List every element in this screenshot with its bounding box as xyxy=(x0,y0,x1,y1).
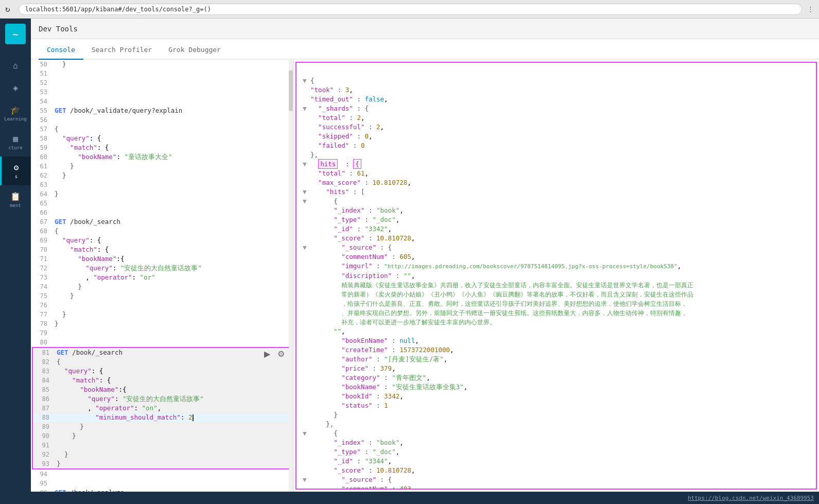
line-num-50: 50 xyxy=(31,60,53,69)
code-line-68: 68 { xyxy=(31,227,293,236)
sidebar-label-management: ment xyxy=(10,203,21,208)
editor-scrollbar[interactable] xyxy=(289,60,293,492)
sidebar: ~ ⌂ ◈ 🎓 Learning ▦ cture ⚙ s 📋 ment xyxy=(0,19,31,504)
code-line-62: 62 } xyxy=(31,171,293,180)
code-line-92: 92 } xyxy=(33,450,291,459)
output-hits-total: 61 xyxy=(357,169,364,177)
reload-icon[interactable]: ↻ xyxy=(5,4,10,14)
main-content: Dev Tools Console Search Profiler Grok D… xyxy=(31,19,819,504)
code-line-52: 52 xyxy=(31,78,293,88)
code-line-54: 54 xyxy=(31,97,293,106)
hit1-fold[interactable]: ▼ xyxy=(303,197,310,205)
output-root-fold[interactable]: ▼ xyxy=(303,77,310,84)
devtools-title: Dev Tools xyxy=(39,25,78,33)
highlighted-query-block: 81 GET /book/_search ▶ ⚙ 82 { xyxy=(32,347,292,470)
sidebar-item-learning[interactable]: 🎓 Learning xyxy=(0,99,31,128)
output-content[interactable]: ▼ { "took" : 3, "timed_out" : false, ▼ "… xyxy=(297,63,816,489)
management-icon: 📋 xyxy=(10,192,21,201)
code-line-89: 89 } xyxy=(33,422,291,431)
tab-console[interactable]: Console xyxy=(39,42,83,60)
sidebar-label-learning: Learning xyxy=(4,116,26,121)
tabs-bar: Console Search Profiler Grok Debugger xyxy=(31,39,819,60)
code-line-70: 70 "match": { xyxy=(31,245,293,254)
code-line-83: 83 "query": { xyxy=(33,367,291,376)
code-line-65: 65 xyxy=(31,199,293,208)
code-line-72: 72 "query": "安徒生的大自然童话故事" xyxy=(31,264,293,273)
structure-icon: ▦ xyxy=(13,134,18,144)
source1-fold[interactable]: ▼ xyxy=(303,244,310,251)
home-icon: ⌂ xyxy=(13,61,18,71)
discover-icon: ◈ xyxy=(13,83,18,93)
code-line-59: 59 "match": { xyxy=(31,143,293,152)
code-line-66: 66 xyxy=(31,208,293,217)
editor-pane: 50 } 51 52 53 xyxy=(31,60,293,492)
browser-url[interactable]: localhost:5601/app/kibana#/dev_tools/con… xyxy=(19,4,802,15)
settings-query-button[interactable]: ⚙ xyxy=(275,348,287,360)
code-line-55: 55 GET /book/_validate/query?explain xyxy=(31,106,293,115)
sidebar-item-management[interactable]: 📋 ment xyxy=(0,185,31,214)
console-area: 50 } 51 52 53 xyxy=(31,60,819,492)
code-line-73: 73 , "operator": "or" xyxy=(31,273,293,282)
code-line-90: 90 } xyxy=(33,431,291,441)
code-line-71: 71 "bookName":{ xyxy=(31,254,293,264)
code-line-57: 57 { xyxy=(31,125,293,134)
sidebar-item-home[interactable]: ⌂ xyxy=(0,55,31,77)
code-line-74: 74 } xyxy=(31,282,293,291)
code-line-58: 58 "query": { xyxy=(31,134,293,143)
code-line-86: 86 "query": "安徒生的大自然童话故事" xyxy=(33,394,291,404)
code-line-63: 63 xyxy=(31,180,293,189)
app-container: ~ ⌂ ◈ 🎓 Learning ▦ cture ⚙ s 📋 ment Dev … xyxy=(0,19,819,504)
browser-bar: ↻ localhost:5601/app/kibana#/dev_tools/c… xyxy=(0,0,819,19)
code-line-84: 84 "match": { xyxy=(33,376,291,385)
code-line-91: 91 xyxy=(33,441,291,450)
run-button[interactable]: ▶ xyxy=(262,348,272,360)
output-took: 3 xyxy=(345,86,350,94)
sidebar-item-settings[interactable]: ⚙ s xyxy=(0,157,31,185)
editor-toolbar: ▶ ⚙ xyxy=(262,348,287,360)
sidebar-label-settings: s xyxy=(15,174,18,179)
code-line-64: 64 } xyxy=(31,189,293,199)
browser-extra-icon: ⋮ xyxy=(807,5,814,13)
editor-content[interactable]: 50 } 51 52 53 xyxy=(31,60,293,492)
code-line-85: 85 "bookName":{ xyxy=(33,385,291,394)
code-line-80: 80 xyxy=(31,338,293,347)
code-line-77: 77 } xyxy=(31,310,293,319)
hit2-fold[interactable]: ▼ xyxy=(303,429,310,437)
code-line-76: 76 xyxy=(31,301,293,310)
sidebar-item-structure[interactable]: ▦ cture xyxy=(0,128,31,157)
line-content-50: } xyxy=(53,60,293,69)
code-line-60: 60 "bookName": "童话故事大全" xyxy=(31,152,293,162)
sidebar-item-discover[interactable]: ◈ xyxy=(0,77,31,99)
code-line-81: 81 GET /book/_search ▶ ⚙ xyxy=(33,348,291,357)
tab-grok-debugger[interactable]: Grok Debugger xyxy=(160,42,229,60)
source2-fold[interactable]: ▼ xyxy=(303,476,310,483)
code-line-96: 96 GET /book/_analyze xyxy=(31,488,293,492)
devtools-header: Dev Tools xyxy=(31,19,819,39)
code-line-78: 78 } xyxy=(31,319,293,328)
code-line-93: 93 } xyxy=(33,459,291,468)
code-line-88[interactable]: 88 "minimum_should_match": 2 xyxy=(33,413,291,422)
hits-fold[interactable]: ▼ xyxy=(303,160,310,168)
learning-icon: 🎓 xyxy=(10,105,21,115)
editor-scrollbar-thumb[interactable] xyxy=(289,70,293,111)
code-line-95: 95 xyxy=(31,479,293,488)
hits-array-fold[interactable]: ▼ xyxy=(303,188,310,196)
tab-search-profiler[interactable]: Search Profiler xyxy=(83,42,160,60)
settings-icon: ⚙ xyxy=(14,163,19,172)
status-bar: https://blog.csdn.net/weixin_43689953 xyxy=(31,492,819,504)
shards-fold[interactable]: ▼ xyxy=(303,105,310,112)
output-pane: ▼ { "took" : 3, "timed_out" : false, ▼ "… xyxy=(295,62,817,490)
app-logo: ~ xyxy=(5,24,26,44)
code-line-53: 53 xyxy=(31,88,293,97)
code-line-51: 51 xyxy=(31,69,293,78)
code-line-87: 87 , "operator": "on", xyxy=(33,404,291,413)
code-line-50: 50 } xyxy=(31,60,293,69)
code-line-67: 67 GET /book/_search xyxy=(31,217,293,227)
code-line-82: 82 { xyxy=(33,357,291,367)
code-line-69: 69 "query": { xyxy=(31,236,293,245)
status-url[interactable]: https://blog.csdn.net/weixin_43689953 xyxy=(688,495,814,501)
code-line-61: 61 } xyxy=(31,162,293,171)
code-line-79: 79 xyxy=(31,328,293,338)
sidebar-label-structure: cture xyxy=(8,145,22,150)
code-line-75: 75 } xyxy=(31,291,293,301)
